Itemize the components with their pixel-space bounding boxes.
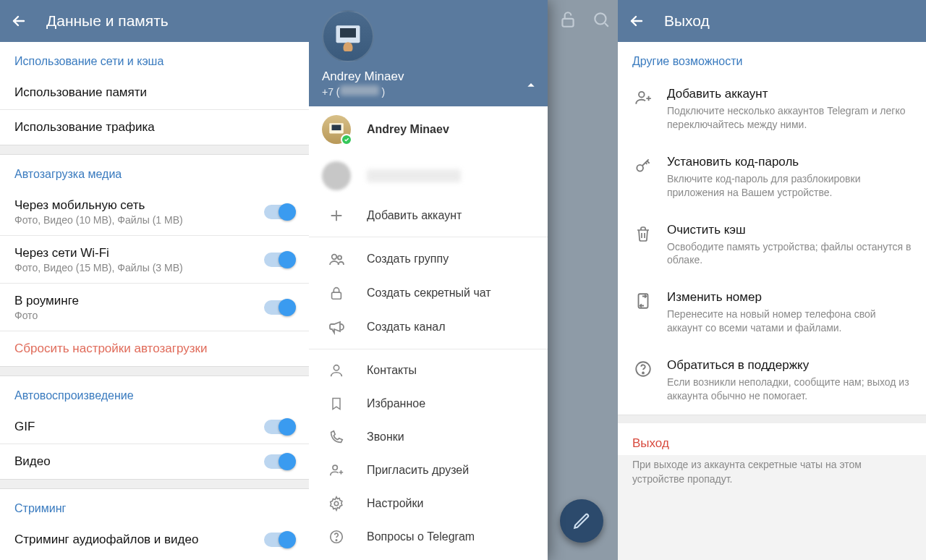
reset-auto-download[interactable]: Сбросить настройки автозагрузки	[0, 331, 309, 366]
unlock-icon[interactable]	[558, 10, 577, 32]
menu-saved[interactable]: Избранное	[309, 387, 548, 420]
section-usage-header: Использование сети и кэша	[0, 42, 309, 75]
top-toolbar-icons	[558, 10, 611, 32]
separator	[309, 237, 548, 237]
menu-secret-chat[interactable]: Создать секретный чат	[309, 276, 548, 310]
gear-icon	[328, 496, 344, 512]
drawer-user-name: Andrey Minaev	[322, 69, 535, 84]
svg-rect-5	[344, 46, 353, 51]
lock-icon	[328, 285, 344, 301]
back-button[interactable]	[626, 11, 647, 31]
accounts-expand-toggle[interactable]	[526, 80, 536, 93]
toggle-wifi[interactable]	[264, 253, 294, 267]
sim-swap-icon	[634, 292, 653, 310]
option-add-account[interactable]: Добавить аккаунтПодключите несколько акк…	[618, 75, 926, 143]
svg-point-13	[334, 501, 339, 506]
toggle-gif[interactable]	[264, 420, 294, 434]
svg-point-11	[334, 365, 339, 370]
option-change-number[interactable]: Изменить номерПеренесите на новый номер …	[618, 279, 926, 347]
menu-new-channel[interactable]: Создать канал	[309, 310, 548, 344]
menu-contacts[interactable]: Контакты	[309, 354, 548, 387]
avatar[interactable]	[322, 10, 374, 62]
check-badge-icon	[341, 134, 352, 145]
svg-rect-10	[332, 292, 341, 299]
megaphone-icon	[328, 318, 345, 336]
section-other-options: Другие возможности	[618, 42, 926, 75]
person-icon	[328, 362, 344, 378]
logout-note: При выходе из аккаунта секретные чаты на…	[618, 455, 926, 499]
svg-rect-3	[340, 28, 356, 38]
row-video[interactable]: Видео	[0, 444, 309, 479]
plus-icon	[328, 208, 344, 224]
option-support[interactable]: Обратиться в поддержкуЕсли возникли непо…	[618, 347, 926, 415]
help-circle-icon	[634, 360, 653, 378]
trash-icon	[634, 224, 652, 243]
group-icon	[328, 250, 345, 268]
phone-icon	[328, 429, 344, 445]
account-avatar	[322, 115, 351, 144]
menu-faq[interactable]: Вопросы о Telegram	[309, 520, 548, 553]
account-avatar-blurred	[322, 161, 351, 190]
divider	[0, 145, 309, 155]
account-name: Andrey Minaev	[367, 123, 449, 136]
svg-point-20	[642, 373, 644, 374]
svg-point-1	[595, 13, 606, 24]
menu-invite[interactable]: Пригласить друзей	[309, 454, 548, 487]
svg-rect-0	[562, 19, 573, 27]
account-current[interactable]: Andrey Minaev	[309, 106, 548, 153]
divider	[0, 479, 309, 489]
chat-background-dimmed	[548, 0, 618, 560]
divider	[618, 415, 926, 423]
blurred-phone	[340, 85, 379, 96]
search-icon[interactable]	[592, 10, 611, 32]
page-title: Выход	[664, 12, 710, 30]
row-streaming[interactable]: Стриминг аудиофайлов и видео	[0, 522, 309, 557]
toggle-video[interactable]	[264, 454, 294, 469]
row-mobile-data[interactable]: Через мобильную сетьФото, Видео (10 MB),…	[0, 188, 309, 236]
svg-point-15	[336, 540, 336, 540]
toggle-roaming[interactable]	[264, 300, 294, 315]
back-button[interactable]	[9, 11, 29, 31]
option-passcode[interactable]: Установить код-парольВключите код-пароль…	[618, 143, 926, 211]
toggle-mobile[interactable]	[264, 205, 294, 219]
row-roaming[interactable]: В роумингеФото	[0, 284, 309, 331]
svg-point-16	[639, 92, 645, 98]
blurred-name	[367, 169, 461, 182]
add-user-icon	[634, 88, 653, 107]
row-gif[interactable]: GIF	[0, 410, 309, 444]
svg-rect-7	[332, 125, 341, 131]
option-clear-cache[interactable]: Очистить кэшОсвободите память устройства…	[618, 211, 926, 279]
settings-data-storage-screen: Данные и память Использование сети и кэш…	[0, 0, 309, 560]
svg-point-8	[332, 255, 337, 260]
chevron-up-icon	[526, 80, 536, 90]
header-bar: Выход	[618, 0, 926, 42]
logout-button[interactable]: Выход	[618, 423, 926, 455]
row-traffic-usage[interactable]: Использование трафика	[0, 110, 309, 145]
drawer-header: Andrey Minaev +7 ( )	[309, 0, 548, 106]
section-autoplay-header: Автовоспроизведение	[0, 376, 309, 410]
section-streaming-header: Стриминг	[0, 489, 309, 522]
separator	[309, 349, 548, 349]
svg-point-9	[338, 255, 341, 259]
pencil-icon	[572, 512, 591, 530]
drawer-user-phone: +7 ( )	[322, 85, 535, 98]
toggle-streaming[interactable]	[264, 533, 294, 547]
svg-point-17	[637, 165, 643, 171]
menu-new-group[interactable]: Создать группу	[309, 242, 548, 276]
empty-area	[618, 499, 926, 560]
header-bar: Данные и память	[0, 0, 309, 42]
menu-calls[interactable]: Звонки	[309, 420, 548, 454]
row-wifi[interactable]: Через сети Wi-FiФото, Видео (15 MB), Фай…	[0, 236, 309, 284]
menu-settings[interactable]: Настройки	[309, 487, 548, 520]
account-secondary[interactable]	[309, 153, 548, 199]
svg-point-12	[333, 465, 337, 470]
row-storage-usage[interactable]: Использование памяти	[0, 75, 309, 110]
divider	[0, 366, 309, 376]
key-icon	[634, 156, 653, 175]
add-account-row[interactable]: Добавить аккаунт	[309, 199, 548, 232]
compose-fab[interactable]	[560, 499, 603, 543]
drawer-screen: Andrey Minaev +7 ( ) Andrey Minaev Добав…	[309, 0, 618, 560]
arrow-left-icon	[10, 12, 27, 30]
section-automedia-header: Автозагрузка медиа	[0, 155, 309, 188]
help-icon	[328, 529, 344, 545]
